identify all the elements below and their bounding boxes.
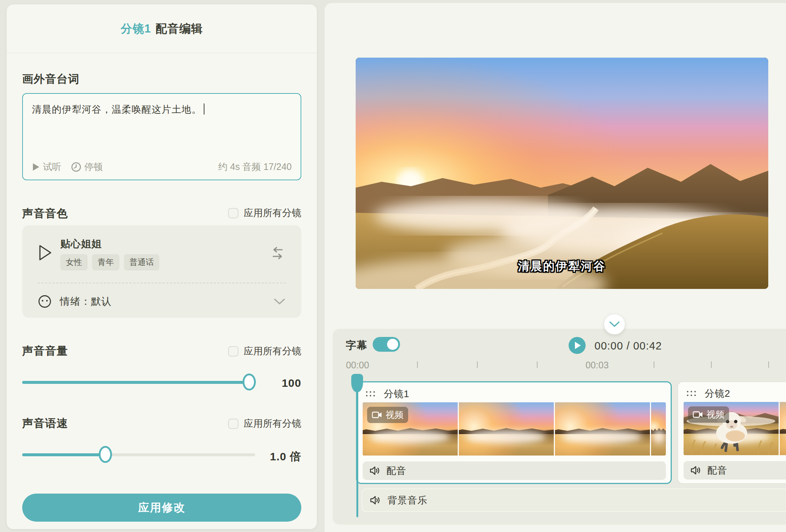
timbre-section-label: 声音音色 [22,206,68,221]
video-subtitle: 清晨的伊犁河谷 [356,259,768,274]
clip-name: 分镜2 [705,387,730,400]
video-thumbnail [780,402,786,455]
speed-apply-all-checkbox[interactable] [228,419,238,429]
speed-slider[interactable] [22,446,255,463]
voice-card[interactable]: 贴心姐姐 女性 青年 普通话 情绪：默认 [22,225,301,318]
volume-apply-all-checkbox[interactable] [228,346,238,357]
speed-apply-all-label: 应用所有分镜 [244,417,301,430]
speed-section-label: 声音语速 [22,416,68,431]
emotion-face-icon [38,294,52,308]
video-badge: 视频 [367,407,408,423]
apply-changes-button[interactable]: 应用修改 [22,494,301,522]
preview-audio-button[interactable]: 试听 [32,161,61,173]
voiceover-text[interactable]: 清晨的伊犁河谷，温柔唤醒这片土地。 [32,104,201,115]
volume-slider[interactable] [22,374,255,391]
video-preview[interactable] [356,58,768,289]
swap-voice-icon[interactable] [270,246,286,261]
ruler-tick [711,361,712,368]
drag-handle-icon[interactable] [366,391,376,397]
divider [38,283,286,283]
chevron-down-icon [609,321,620,328]
playhead-line [356,384,358,517]
voice-name: 贴心姐姐 [60,237,102,250]
video-badge: 视频 [688,406,729,423]
speaker-icon [690,465,701,475]
timbre-apply-all-label: 应用所有分镜 [244,207,301,219]
clip-name: 分镜1 [384,388,409,400]
dubbing-edit-panel: 分镜1 配音编辑 画外音台词 清晨的伊犁河谷，温柔唤醒这片土地。 试听 停顿 [7,4,317,529]
play-icon [32,163,40,171]
bgm-label: 背景音乐 [387,494,427,507]
speaker-icon [369,466,380,476]
page-title: 配音编辑 [156,21,203,37]
ruler-label-0000: 00:00 [346,360,369,371]
speed-value: 1.0 倍 [270,449,301,464]
dub-audio-track[interactable]: 配音 [363,461,666,480]
emotion-value: 情绪：默认 [60,295,112,308]
clip-thumbnails: 视频 [684,402,786,455]
ruler-tick [477,361,478,368]
camera-icon [693,411,703,418]
speed-slider-handle[interactable] [99,446,112,463]
background-music-track[interactable]: 背景音乐 [362,488,786,512]
volume-apply-all-label: 应用所有分镜 [244,345,301,358]
timeline-clip-shot1[interactable]: 分镜1 视频 配音 [356,381,672,484]
playback-time: 00:00 / 00:42 [594,340,662,352]
video-thumbnail [555,402,650,456]
ruler-label-0003: 00:03 [586,360,609,371]
panel-header: 分镜1 配音编辑 [7,4,317,53]
text-cursor [204,103,204,115]
insert-pause-button[interactable]: 停顿 [71,161,103,173]
voice-tags: 女性 青年 普通话 [60,254,159,270]
volume-slider-handle[interactable] [243,374,256,391]
speaker-icon [370,495,381,505]
clock-icon [71,162,81,172]
volume-value: 100 [282,377,301,389]
playhead-handle[interactable] [351,374,363,392]
video-thumbnail [459,402,554,456]
chevron-down-icon [273,297,286,306]
ruler-tick [654,361,654,368]
volume-section-label: 声音音量 [22,344,68,359]
timeline-play-button[interactable] [569,337,586,354]
emotion-selector[interactable]: 情绪：默认 [38,291,286,312]
clip-thumbnails: 视频 [363,402,666,456]
app-window: 分镜1 配音编辑 画外音台词 清晨的伊犁河谷，温柔唤醒这片土地。 试听 停顿 [0,0,786,532]
camera-icon [372,411,382,419]
subtitle-toggle-label: 字幕 [346,338,368,352]
timeline-clip-shot2[interactable]: 分镜2 [677,381,786,484]
ruler-tick [417,361,418,368]
subtitle-toggle[interactable] [373,337,400,352]
voice-tag-age: 青年 [92,254,119,270]
video-thumbnail-lamb: 视频 [684,402,779,455]
drag-handle-icon[interactable] [687,391,697,397]
duration-char-count: 约 4s 音频 17/240 [218,161,292,173]
shot-number-label: 分镜1 [121,22,151,35]
timeline-panel: 字幕 00:00 / 00:42 00:00 00:03 分镜1 [333,329,786,525]
voiceover-textarea[interactable]: 清晨的伊犁河谷，温柔唤醒这片土地。 试听 停顿 约 4s 音频 17/240 [22,93,301,180]
video-thumbnail: 视频 [363,402,458,456]
voice-tag-language: 普通话 [124,254,159,270]
timbre-apply-all-checkbox[interactable] [228,208,238,218]
ruler-tick [537,361,538,368]
video-thumbnail [651,402,666,456]
toggle-knob [387,339,398,350]
voice-play-icon[interactable] [38,244,52,262]
voiceover-section-label: 画外音台词 [22,72,79,87]
voice-tag-gender: 女性 [60,254,88,270]
ruler-tick [768,361,769,368]
dub-audio-track[interactable]: 配音 [684,461,786,480]
collapse-timeline-button[interactable] [604,314,625,334]
